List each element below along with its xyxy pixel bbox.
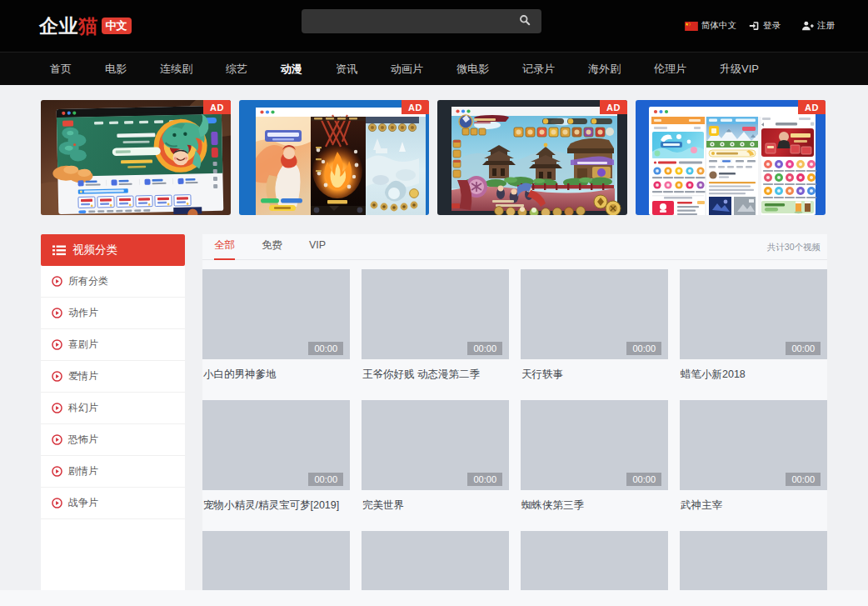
login-label: 登录 bbox=[763, 20, 781, 32]
nav-item-anime[interactable]: 动漫 bbox=[281, 62, 302, 77]
nav-item-ethics[interactable]: 伦理片 bbox=[654, 62, 686, 77]
video-title: 武神主宰 bbox=[680, 490, 827, 518]
nav-item-news[interactable]: 资讯 bbox=[336, 62, 357, 77]
ad-banner-row: AD bbox=[41, 100, 827, 215]
tab-vip[interactable]: VIP bbox=[309, 234, 326, 260]
ad-banner-1[interactable]: AD bbox=[41, 100, 231, 215]
china-flag-icon bbox=[685, 22, 698, 31]
ad-label: AD bbox=[600, 100, 627, 114]
nav-item-movies[interactable]: 电影 bbox=[105, 62, 127, 77]
video-thumbnail: 00:00 bbox=[362, 400, 509, 490]
video-thumbnail: 00:00 bbox=[521, 400, 668, 490]
footer-area bbox=[0, 590, 868, 606]
duration-badge: 00:00 bbox=[626, 342, 661, 355]
nav-item-home[interactable]: 首页 bbox=[50, 62, 72, 77]
video-title: 蜘蛛侠第三季 bbox=[521, 490, 668, 518]
nav-item-microfilm[interactable]: 微电影 bbox=[456, 62, 489, 77]
ad-banner-3[interactable]: AD bbox=[437, 100, 627, 215]
language-label: 简体中文 bbox=[701, 20, 736, 32]
video-thumbnail: 00:00 bbox=[202, 269, 350, 359]
video-card-1[interactable]: 00:00 小白的男神爹地 bbox=[202, 269, 350, 387]
duration-badge: 00:00 bbox=[467, 342, 502, 355]
sidebar-item-comedy[interactable]: 喜剧片 bbox=[41, 329, 185, 361]
ad-banner-2[interactable]: AD bbox=[239, 100, 429, 215]
sidebar-item-all[interactable]: 所有分类 bbox=[41, 266, 185, 298]
list-icon bbox=[52, 245, 66, 256]
video-card-4[interactable]: 00:00 蜡笔小新2018 bbox=[680, 269, 827, 387]
video-thumbnail bbox=[680, 531, 827, 590]
tab-all[interactable]: 全部 bbox=[214, 234, 235, 260]
video-title: 小白的男神爹地 bbox=[202, 359, 350, 387]
video-title: 天行轶事 bbox=[521, 359, 668, 387]
ad-label: AD bbox=[798, 100, 826, 114]
sidebar-header: 视频分类 bbox=[41, 234, 185, 266]
video-card-2[interactable]: 00:00 王爷你好贱 动态漫第二季 bbox=[362, 269, 509, 387]
play-circle-icon bbox=[52, 371, 62, 382]
video-list-panel: 全部 免费 VIP 共计30个视频 00:00 小白的男神爹地 00:00 王爷… bbox=[202, 234, 827, 590]
sign-in-icon bbox=[749, 21, 760, 31]
duration-badge: 00:00 bbox=[786, 342, 821, 355]
video-thumbnail: 00:00 bbox=[680, 269, 827, 359]
duration-badge: 00:00 bbox=[626, 473, 661, 486]
duration-badge: 00:00 bbox=[786, 473, 821, 486]
video-thumbnail bbox=[521, 531, 668, 590]
video-thumbnail bbox=[362, 531, 509, 590]
play-circle-icon bbox=[52, 339, 62, 350]
video-thumbnail bbox=[202, 531, 350, 590]
video-count: 共计30个视频 bbox=[767, 242, 821, 253]
video-card-6[interactable]: 00:00 完美世界 bbox=[362, 400, 509, 518]
ad-label: AD bbox=[402, 100, 429, 114]
play-circle-icon bbox=[52, 434, 62, 445]
logo-text: 企业猫 bbox=[39, 13, 98, 39]
search-input[interactable] bbox=[302, 15, 508, 28]
video-card-5[interactable]: 00:00 宠物小精灵/精灵宝可梦[2019] bbox=[202, 400, 350, 518]
ad-banner-4[interactable]: AD bbox=[636, 100, 826, 215]
duration-badge: 00:00 bbox=[467, 473, 502, 486]
video-title: 王爷你好贱 动态漫第二季 bbox=[362, 359, 509, 387]
search-box bbox=[302, 9, 541, 33]
play-circle-icon bbox=[52, 498, 62, 508]
nav-item-cartoon[interactable]: 动画片 bbox=[391, 62, 423, 77]
video-thumbnail: 00:00 bbox=[680, 400, 827, 490]
nav-item-vip-upgrade[interactable]: 升级VIP bbox=[720, 62, 759, 77]
video-title: 宠物小精灵/精灵宝可梦[2019] bbox=[202, 490, 350, 518]
video-title: 蜡笔小新2018 bbox=[680, 359, 827, 387]
sidebar-item-action[interactable]: 动作片 bbox=[41, 298, 185, 329]
site-logo[interactable]: 企业猫 中文 bbox=[39, 0, 132, 52]
sidebar-item-horror[interactable]: 恐怖片 bbox=[41, 424, 185, 456]
user-plus-icon bbox=[801, 21, 814, 31]
duration-badge: 00:00 bbox=[308, 473, 343, 486]
sidebar-item-war[interactable]: 战争片 bbox=[41, 488, 185, 519]
nav-item-documentary[interactable]: 记录片 bbox=[522, 62, 555, 77]
video-card-9[interactable] bbox=[202, 531, 350, 590]
video-grid: 00:00 小白的男神爹地 00:00 王爷你好贱 动态漫第二季 00:00 天… bbox=[202, 269, 827, 590]
sidebar-item-scifi[interactable]: 科幻片 bbox=[41, 393, 185, 424]
play-circle-icon bbox=[52, 308, 62, 318]
sidebar-item-romance[interactable]: 爱情片 bbox=[41, 361, 185, 393]
language-switch[interactable]: 简体中文 bbox=[685, 20, 736, 32]
video-thumbnail: 00:00 bbox=[521, 269, 668, 359]
main-nav: 首页 电影 连续剧 综艺 动漫 资讯 动画片 微电影 记录片 海外剧 伦理片 升… bbox=[0, 52, 868, 85]
video-card-7[interactable]: 00:00 蜘蛛侠第三季 bbox=[521, 400, 668, 518]
tab-free[interactable]: 免费 bbox=[262, 234, 282, 260]
search-button[interactable] bbox=[508, 9, 541, 33]
video-title: 完美世界 bbox=[362, 490, 509, 518]
video-thumbnail: 00:00 bbox=[202, 400, 350, 490]
nav-item-overseas[interactable]: 海外剧 bbox=[588, 62, 621, 77]
nav-item-variety[interactable]: 综艺 bbox=[226, 62, 247, 77]
video-card-12[interactable] bbox=[680, 531, 827, 590]
nav-item-series[interactable]: 连续剧 bbox=[160, 62, 192, 77]
top-header: 企业猫 中文 简体中文 登录 注册 bbox=[0, 0, 868, 52]
video-card-3[interactable]: 00:00 天行轶事 bbox=[521, 269, 668, 387]
video-thumbnail: 00:00 bbox=[362, 269, 509, 359]
video-card-10[interactable] bbox=[362, 531, 509, 590]
video-card-8[interactable]: 00:00 武神主宰 bbox=[680, 400, 827, 518]
category-sidebar: 视频分类 所有分类 动作片 喜剧片 爱情片 科幻片 恐怖片 剧情片 战争片 bbox=[41, 234, 185, 590]
ad-label: AD bbox=[203, 100, 231, 114]
register-link[interactable]: 注册 bbox=[801, 20, 835, 32]
play-circle-icon bbox=[52, 276, 62, 287]
sidebar-item-drama[interactable]: 剧情片 bbox=[41, 456, 185, 488]
search-icon bbox=[519, 14, 531, 28]
video-card-11[interactable] bbox=[521, 531, 668, 590]
login-link[interactable]: 登录 bbox=[749, 20, 781, 32]
